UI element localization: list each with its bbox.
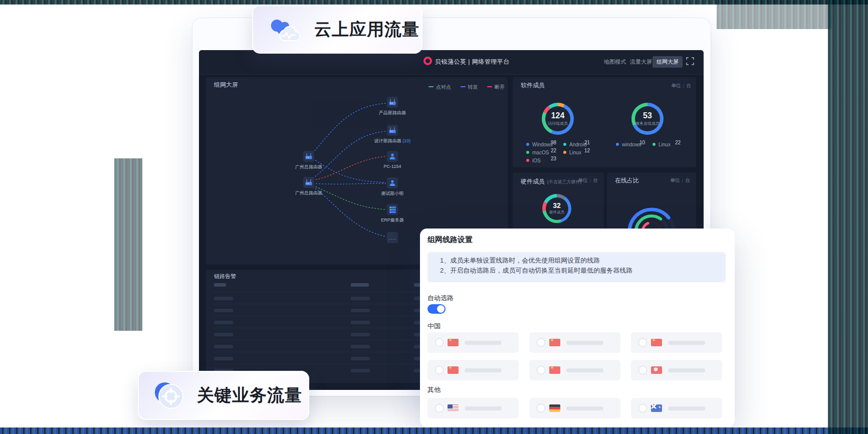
online-unit: 单位：台 <box>664 177 690 184</box>
section-label-other: 其他 <box>427 385 441 394</box>
settings-note-1: 1、成员未单独设置线路时，会优先使用组网设置的线路 <box>440 256 726 266</box>
radio-button[interactable] <box>537 404 545 412</box>
alerts-title: 链路告警 <box>214 273 236 280</box>
brand-logo-icon <box>423 57 432 65</box>
radio-button[interactable] <box>435 366 444 374</box>
software-members-panel: 软件成员 单位：台 124 访问端成员 53 服务器端成员 Windows 98… <box>513 77 696 167</box>
flag-au-icon <box>651 404 662 412</box>
radio-button[interactable] <box>638 404 647 412</box>
node-pc-1154[interactable] <box>387 151 398 162</box>
legend-item-linux: Linux <box>563 147 581 156</box>
hardware-donut-label: 硬件成员 <box>542 210 571 215</box>
noise-strip-bottom <box>0 427 868 434</box>
router-icon <box>305 152 313 160</box>
node-erp-server-label: ERP服务器 <box>370 217 415 224</box>
noise-strip-right <box>828 0 868 434</box>
line-name-skeleton <box>465 341 502 345</box>
node-design-router-label: 设计部路由器 (10) <box>370 138 415 144</box>
router-icon <box>388 126 396 134</box>
line-name-skeleton <box>465 406 502 410</box>
cloud-traffic-icon <box>268 15 304 45</box>
server-members-donut: 53 服务器端成员 <box>631 103 664 135</box>
line-option-card[interactable] <box>427 360 519 380</box>
legend-value-macos: 22 <box>551 148 556 153</box>
router-icon <box>305 178 313 186</box>
line-name-skeleton <box>668 368 705 372</box>
access-members-donut: 124 访问端成员 <box>542 103 574 135</box>
access-members-value: 124 <box>542 111 574 120</box>
line-name-skeleton <box>668 406 705 410</box>
settings-note-2: 2、开启自动选路后，成员可自动切换至当前延时最低的服务器线路 <box>440 266 726 276</box>
hardware-title: 硬件成员 <box>521 178 545 185</box>
section-label-china: 中国 <box>427 322 441 331</box>
hardware-unit: 单位：台 <box>572 177 598 184</box>
node-count-badge: (10) <box>402 138 410 143</box>
flag-us-icon <box>448 404 459 412</box>
flag-cn-icon <box>448 339 459 346</box>
hardware-donut-value: 32 <box>542 201 571 209</box>
line-option-card[interactable] <box>631 398 722 418</box>
node-pc-1154-label: PC-1154 <box>370 164 415 169</box>
line-name-skeleton <box>566 341 603 345</box>
server-members-label: 服务器端成员 <box>631 121 664 126</box>
legend-value-android: 21 <box>584 140 590 145</box>
node-tester-label: 测试部小明 <box>370 190 415 197</box>
online-title: 在线占比 <box>615 176 639 185</box>
settings-title: 组网线路设置 <box>427 235 473 245</box>
settings-notes: 1、成员未单独设置线路时，会优先使用组网设置的线路 2、开启自动选路后，成员可自… <box>427 252 726 282</box>
node-product-router[interactable] <box>387 97 398 108</box>
line-name-skeleton <box>465 368 502 372</box>
legend-value-linux: 12 <box>584 148 590 153</box>
access-members-label: 访问端成员 <box>542 121 574 126</box>
line-option-card[interactable] <box>631 332 722 353</box>
auto-route-toggle[interactable] <box>427 304 446 314</box>
tab-network-screen[interactable]: 组网大屏 <box>653 56 683 68</box>
server-icon <box>389 206 396 213</box>
legend-value-linux-2: 22 <box>675 140 681 145</box>
server-members-value: 53 <box>631 111 664 120</box>
node-design-router[interactable] <box>387 125 398 136</box>
line-option-card[interactable] <box>427 332 519 353</box>
radio-button[interactable] <box>537 338 545 347</box>
flag-cn-icon <box>549 339 560 346</box>
page: 贝锐蒲公英 | 网络管理平台 地图模式 流量大屏 组网大屏 组网大屏 点对点 转… <box>0 0 868 434</box>
radio-button[interactable] <box>435 404 444 412</box>
flag-de-icon <box>549 404 560 412</box>
node-gz-router-1-label: 广州总路由器 <box>286 164 331 170</box>
line-option-card[interactable] <box>529 398 620 418</box>
person-icon <box>389 179 396 186</box>
radio-button[interactable] <box>638 338 647 347</box>
auto-route-label: 自动选路 <box>427 294 454 303</box>
alerts-header-skeleton <box>214 283 226 287</box>
radio-button[interactable] <box>638 366 647 374</box>
toggle-knob <box>437 305 445 313</box>
tab-map-mode[interactable]: 地图模式 <box>600 56 630 68</box>
online-gauge <box>619 196 684 233</box>
node-gz-router-2[interactable] <box>303 177 314 188</box>
person-icon <box>389 153 396 160</box>
node-gz-router-2-label: 广州总路由器 <box>286 190 331 196</box>
key-business-badge: 关键业务流量 <box>138 371 309 420</box>
radio-button[interactable] <box>537 366 545 374</box>
tab-traffic-screen[interactable]: 流量大屏 <box>626 56 656 68</box>
flag-cn-icon <box>549 366 560 374</box>
node-erp-server[interactable] <box>387 204 398 215</box>
software-unit: 单位：台 <box>661 82 691 89</box>
line-option-card[interactable] <box>427 398 519 418</box>
cloud-traffic-badge: 云上应用流量 <box>252 5 422 54</box>
line-option-card[interactable] <box>529 360 620 380</box>
line-option-card[interactable] <box>529 332 620 353</box>
node-gz-router-1[interactable] <box>303 151 314 162</box>
radio-button[interactable] <box>435 338 444 347</box>
node-product-router-label: 产品部路由器 <box>370 110 415 116</box>
ellipsis-icon: .... <box>388 235 396 241</box>
key-business-label: 关键业务流量 <box>197 384 302 407</box>
router-icon <box>388 98 396 106</box>
brand-title: 贝锐蒲公英 | 网络管理平台 <box>435 58 510 66</box>
line-option-card[interactable] <box>631 360 722 380</box>
node-more[interactable]: .... <box>387 232 398 243</box>
legend-value-windows: 98 <box>551 140 556 145</box>
legend-value-windows-2: 10 <box>639 140 645 145</box>
fullscreen-icon[interactable] <box>686 57 694 67</box>
node-tester[interactable] <box>387 177 398 188</box>
